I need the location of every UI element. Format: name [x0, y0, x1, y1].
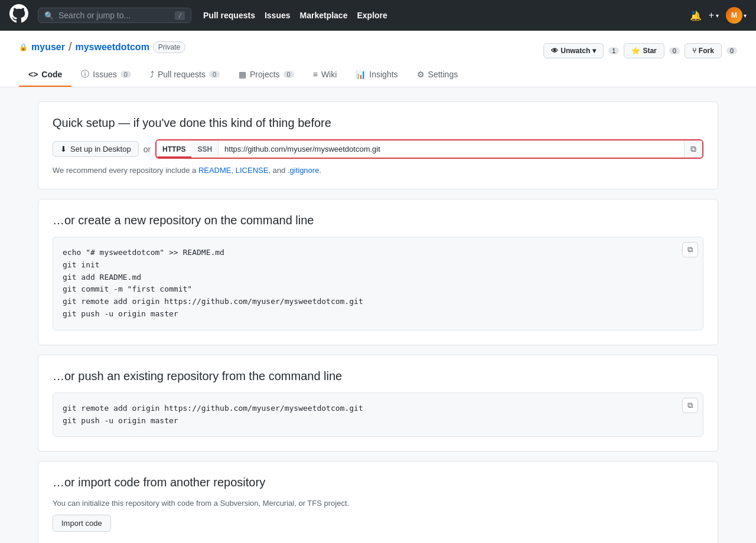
- star-button[interactable]: ⭐ Star: [624, 43, 664, 58]
- copy-new-repo-button[interactable]: ⧉: [682, 242, 698, 257]
- setup-desktop-button[interactable]: ⬇ Set up in Desktop: [53, 141, 139, 157]
- ssh-tab[interactable]: SSH: [191, 140, 218, 158]
- breadcrumb-separator: /: [69, 40, 72, 54]
- star-label: Star: [643, 47, 656, 55]
- star-icon: ⭐: [631, 47, 640, 55]
- quick-setup-title: Quick setup — if you've done this kind o…: [53, 116, 703, 130]
- repo-name-link[interactable]: mysweetdotcom: [75, 42, 149, 53]
- settings-icon: ⚙: [417, 70, 425, 79]
- watch-button[interactable]: 👁 Unwatch ▾: [543, 43, 604, 58]
- notification-dot: [691, 10, 696, 15]
- import-code-button[interactable]: Import code: [53, 515, 111, 532]
- search-input[interactable]: [58, 11, 170, 20]
- plus-icon: +: [709, 10, 714, 21]
- owner-link[interactable]: myuser: [31, 42, 65, 53]
- fork-button[interactable]: ⑂ Fork: [685, 43, 722, 58]
- issues-count: 0: [120, 71, 131, 78]
- new-repo-section: …or create a new repository on the comma…: [38, 199, 718, 345]
- repo-tabs: <> Code ⓘ Issues 0 ⤴ Pull requests 0 ▦ P…: [19, 63, 737, 87]
- tab-settings[interactable]: ⚙ Settings: [408, 63, 468, 87]
- push-existing-section: …or push an existing repository from the…: [38, 355, 718, 452]
- fork-label: Fork: [699, 47, 714, 55]
- fork-icon: ⑂: [692, 47, 696, 55]
- star-count: 0: [669, 47, 680, 54]
- navbar-right: 🔔 + ▾ M ▾: [690, 7, 747, 24]
- nav-marketplace[interactable]: Marketplace: [300, 11, 348, 20]
- new-repo-title: …or create a new repository on the comma…: [53, 214, 703, 227]
- watch-dropdown-icon: ▾: [592, 47, 596, 55]
- tab-code[interactable]: <> Code: [19, 63, 71, 87]
- pr-icon: ⤴: [150, 70, 154, 79]
- https-tab[interactable]: HTTPS: [157, 140, 191, 158]
- import-code-title: …or import code from another repository: [53, 476, 703, 489]
- tab-code-label: Code: [41, 70, 62, 79]
- copy-push-existing-button[interactable]: ⧉: [682, 398, 698, 413]
- search-icon: 🔍: [44, 11, 54, 20]
- copy-icon: ⧉: [690, 144, 696, 153]
- quick-setup-section: Quick setup — if you've done this kind o…: [38, 102, 718, 189]
- import-code-subtitle: You can initialize this repository with …: [53, 499, 703, 508]
- eye-icon: 👁: [551, 47, 558, 55]
- repo-header: 🔒 myuser / mysweetdotcom Private 👁 Unwat…: [0, 31, 756, 87]
- avatar: M: [726, 7, 742, 24]
- copy-push-icon: ⧉: [687, 401, 693, 410]
- push-existing-code-block: ⧉ git remote add origin https://github.c…: [53, 392, 703, 437]
- tab-pr-label: Pull requests: [158, 70, 206, 79]
- projects-count: 0: [284, 71, 294, 78]
- tab-settings-label: Settings: [428, 70, 458, 79]
- protocol-tabs: HTTPS SSH: [157, 140, 219, 158]
- tab-projects[interactable]: ▦ Projects 0: [229, 63, 304, 87]
- setup-desktop-label: Set up in Desktop: [70, 145, 131, 153]
- push-existing-code: git remote add origin https://github.com…: [63, 403, 693, 427]
- issues-icon: ⓘ: [81, 69, 89, 80]
- new-menu-button[interactable]: + ▾: [709, 10, 719, 21]
- new-repo-code: echo "# mysweetdotcom" >> README.md git …: [63, 247, 693, 320]
- gitignore-link[interactable]: .gitignore: [288, 166, 319, 175]
- copy-code-icon: ⧉: [687, 245, 693, 254]
- watch-count: 1: [608, 47, 619, 54]
- search-shortcut: /: [175, 11, 185, 20]
- watch-label: Unwatch: [561, 47, 590, 55]
- github-logo-icon[interactable]: [9, 4, 28, 27]
- tab-pull-requests[interactable]: ⤴ Pull requests 0: [141, 63, 229, 87]
- visibility-badge: Private: [153, 41, 185, 53]
- tab-wiki[interactable]: ≡ Wiki: [304, 63, 347, 87]
- repo-actions: 👁 Unwatch ▾ 1 ⭐ Star 0 ⑂ Fork 0: [543, 43, 737, 58]
- tab-insights-label: Insights: [369, 70, 397, 79]
- push-existing-title: …or push an existing repository from the…: [53, 369, 703, 383]
- repo-url-input[interactable]: [219, 140, 684, 158]
- desktop-icon: ⬇: [60, 145, 67, 153]
- nav-explore[interactable]: Explore: [357, 11, 387, 20]
- copy-url-button[interactable]: ⧉: [684, 140, 702, 158]
- new-repo-code-block: ⧉ echo "# mysweetdotcom" >> README.md gi…: [53, 237, 703, 331]
- tab-issues[interactable]: ⓘ Issues 0: [71, 63, 141, 87]
- url-selector: HTTPS SSH ⧉: [155, 139, 703, 159]
- dropdown-chevron-icon: ▾: [716, 12, 719, 19]
- tab-projects-label: Projects: [250, 70, 280, 79]
- recommend-text: We recommend every repository include a …: [53, 166, 703, 175]
- nav-pull-requests[interactable]: Pull requests: [203, 11, 255, 20]
- navbar-links: Pull requests Issues Marketplace Explore: [203, 11, 387, 20]
- nav-issues[interactable]: Issues: [265, 11, 291, 20]
- projects-icon: ▦: [239, 70, 246, 79]
- navbar: 🔍 / Pull requests Issues Marketplace Exp…: [0, 0, 756, 31]
- insights-icon: 📊: [356, 70, 366, 79]
- tab-issues-label: Issues: [93, 70, 116, 79]
- avatar-chevron-icon: ▾: [744, 12, 747, 19]
- breadcrumb: 🔒 myuser / mysweetdotcom Private: [19, 40, 185, 54]
- tab-wiki-label: Wiki: [321, 70, 337, 79]
- setup-row: ⬇ Set up in Desktop or HTTPS SSH ⧉: [53, 139, 703, 159]
- license-link[interactable]: LICENSE: [236, 166, 269, 175]
- search-box[interactable]: 🔍 /: [38, 8, 191, 23]
- fork-count: 0: [726, 47, 737, 54]
- pr-count: 0: [209, 71, 220, 78]
- or-text: or: [144, 145, 151, 154]
- readme-link[interactable]: README: [198, 166, 232, 175]
- notifications-button[interactable]: 🔔: [690, 10, 702, 21]
- import-code-section: …or import code from another repository …: [38, 461, 718, 543]
- user-menu-button[interactable]: M ▾: [726, 7, 747, 24]
- tab-insights[interactable]: 📊 Insights: [346, 63, 407, 87]
- main-content: Quick setup — if you've done this kind o…: [24, 102, 732, 543]
- wiki-icon: ≡: [313, 70, 318, 79]
- code-icon: <>: [28, 70, 38, 79]
